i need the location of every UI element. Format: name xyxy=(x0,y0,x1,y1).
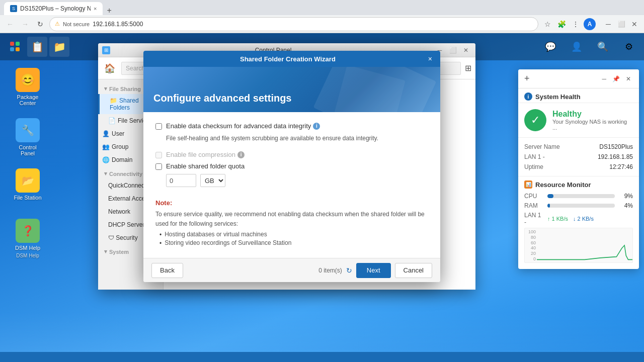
dsm-home-button[interactable] xyxy=(5,37,25,57)
dialog-close-button[interactable]: × xyxy=(426,54,434,64)
sh-section-title: i System Health xyxy=(518,88,639,103)
quota-input-row: MB GB TB xyxy=(166,174,428,187)
shared-folder-wizard-dialog: Shared Folder Creation Wizard × Configur… xyxy=(143,51,440,282)
chat-icon[interactable]: 💬 xyxy=(540,37,560,57)
restore-window-button[interactable]: ⬜ xyxy=(616,19,627,30)
data-checksum-checkbox[interactable] xyxy=(155,123,162,130)
sh-uptime-label: Uptime xyxy=(524,163,543,170)
dsm-help-icon: ❓ xyxy=(16,219,40,243)
sh-pin-button[interactable]: 📌 xyxy=(610,74,622,83)
back-button[interactable]: Back xyxy=(151,263,183,278)
dsm-help-sublabel: DSM Help xyxy=(16,253,39,258)
browser-chrome: S DS1520Plus – Synology NAS × + ← → ↻ ⚠ … xyxy=(0,0,644,33)
rm-ram-pct: 4% xyxy=(618,202,633,209)
rm-cpu-pct: 9% xyxy=(618,193,633,200)
file-compression-checkbox[interactable] xyxy=(155,152,162,158)
security-icon: ⚠ xyxy=(55,21,60,27)
taskbar-app-1[interactable]: 📋 xyxy=(27,37,47,57)
extension-icon[interactable]: 🧩 xyxy=(555,18,568,30)
file-compression-info-icon[interactable]: i xyxy=(237,151,245,158)
desktop-icon-package-center[interactable]: 😊 Package Center xyxy=(10,66,45,108)
file-station-icon: 📂 xyxy=(16,168,40,193)
cp-maximize-button[interactable]: ⬜ xyxy=(447,45,458,56)
note-title: Note: xyxy=(155,199,428,207)
rm-lan-label: LAN 1 - xyxy=(524,212,544,226)
dialog-header: Configure advanced settings xyxy=(143,67,440,112)
rm-cpu-bar-fill xyxy=(547,194,553,198)
quota-label[interactable]: Enable shared folder quota xyxy=(166,162,245,170)
control-panel-icon: 🔧 xyxy=(16,118,40,142)
footer-left: Back xyxy=(151,263,183,278)
item-count: 0 item(s) xyxy=(318,267,342,274)
file-compression-row: Enable file compression i xyxy=(155,151,428,158)
sh-close-widget-button[interactable]: ✕ xyxy=(624,74,633,83)
cp-layout-button[interactable]: ⊞ xyxy=(465,63,471,73)
sh-server-name-value: DS1520Plus xyxy=(599,143,633,150)
chart-label-20: 20 xyxy=(525,251,537,256)
sh-add-button[interactable]: + xyxy=(524,73,530,84)
sh-status-label: Healthy xyxy=(552,110,633,119)
address-bar[interactable]: ⚠ Not secure 192.168.1.85:5000 xyxy=(49,17,538,31)
logo-dot-2 xyxy=(16,42,20,46)
chart-label-100: 100 xyxy=(525,229,537,234)
settings-icon[interactable]: ⋮ xyxy=(570,18,582,30)
search-taskbar-icon[interactable]: 🔍 xyxy=(593,37,613,57)
cp-window-icon: ⊞ xyxy=(102,46,110,54)
quota-checkbox-row: Enable shared folder quota xyxy=(155,162,428,170)
taskbar-app-2[interactable]: 📁 xyxy=(49,37,69,57)
logo-dot-3 xyxy=(10,47,14,51)
back-button[interactable]: ← xyxy=(4,18,16,30)
control-panel-label: Control Panel xyxy=(12,144,43,156)
system-health-widget: + ─ 📌 ✕ i System Health ✓ Healthy Your S… xyxy=(518,69,639,269)
data-checksum-info-icon[interactable]: i xyxy=(313,123,320,130)
browser-tab-active[interactable]: S DS1520Plus – Synology NAS × xyxy=(4,2,103,15)
rm-title-text: Resource Monitor xyxy=(535,181,591,189)
next-button[interactable]: Next xyxy=(356,263,391,278)
dialog-title: Shared Folder Creation Wizard xyxy=(149,55,426,63)
options-icon[interactable]: ⚙ xyxy=(619,37,639,57)
desktop-icon-dsm-help[interactable]: ❓ DSM Help DSM Help xyxy=(10,217,45,260)
sh-table: Server Name DS1520Plus LAN 1 - 192.168.1… xyxy=(518,137,639,176)
user-icon[interactable]: 👤 xyxy=(567,37,587,57)
footer-right: 0 item(s) ↻ Next Cancel xyxy=(318,263,432,278)
sh-title-text: System Health xyxy=(535,93,581,101)
browser-icons: ☆ 🧩 ⋮ A xyxy=(541,18,596,30)
minimize-window-button[interactable]: ─ xyxy=(603,19,614,30)
url-text: 192.168.1.85:5000 xyxy=(93,21,143,28)
security-sidebar-icon: 🛡 xyxy=(108,234,114,241)
tab-close-button[interactable]: × xyxy=(94,6,97,12)
quota-checkbox[interactable] xyxy=(155,163,162,170)
sh-minimize-button[interactable]: ─ xyxy=(600,74,608,83)
desktop-icon-control-panel[interactable]: 🔧 Control Panel xyxy=(10,116,45,158)
file-station-label: File Station xyxy=(14,195,41,201)
reload-button[interactable]: ↻ xyxy=(34,18,46,30)
forward-button[interactable]: → xyxy=(19,18,31,30)
chart-svg xyxy=(537,228,632,262)
profile-button[interactable]: A xyxy=(584,18,596,30)
rm-ram-bar-fill xyxy=(547,204,550,208)
new-tab-button[interactable]: + xyxy=(103,6,115,15)
group-icon: 👥 xyxy=(102,143,110,150)
rm-lan-up-speed: ↑ 1 KB/s xyxy=(547,216,568,222)
sh-server-name-label: Server Name xyxy=(524,143,560,150)
sh-info: Healthy Your Synology NAS is working ... xyxy=(552,110,633,131)
dialog-body: Enable data checksum for advanced data i… xyxy=(143,112,440,258)
dialog-header-title: Configure advanced settings xyxy=(153,93,292,104)
desktop-icon-file-station[interactable]: 📂 File Station xyxy=(10,166,45,203)
domain-icon: 🌐 xyxy=(102,156,110,163)
browser-toolbar: ← → ↻ ⚠ Not secure 192.168.1.85:5000 ☆ 🧩… xyxy=(0,15,644,33)
sh-server-name-row: Server Name DS1520Plus xyxy=(524,142,633,152)
window-controls: ─ ⬜ ✕ xyxy=(603,19,640,30)
cp-close-button[interactable]: ✕ xyxy=(460,45,471,56)
quota-unit-select[interactable]: MB GB TB xyxy=(200,174,225,187)
cancel-button[interactable]: Cancel xyxy=(395,263,432,278)
refresh-icon[interactable]: ↻ xyxy=(346,266,352,275)
data-checksum-row: Enable data checksum for advanced data i… xyxy=(155,122,428,130)
bookmark-icon[interactable]: ☆ xyxy=(541,18,553,30)
close-window-button[interactable]: ✕ xyxy=(629,19,640,30)
quota-value-input[interactable] xyxy=(166,174,196,187)
package-center-icon: 😊 xyxy=(16,68,40,92)
cp-home-button[interactable]: 🏠 xyxy=(102,61,117,76)
data-checksum-label[interactable]: Enable data checksum for advanced data i… xyxy=(166,122,320,130)
data-checksum-description: File self-healing and file system scrubb… xyxy=(166,134,428,143)
